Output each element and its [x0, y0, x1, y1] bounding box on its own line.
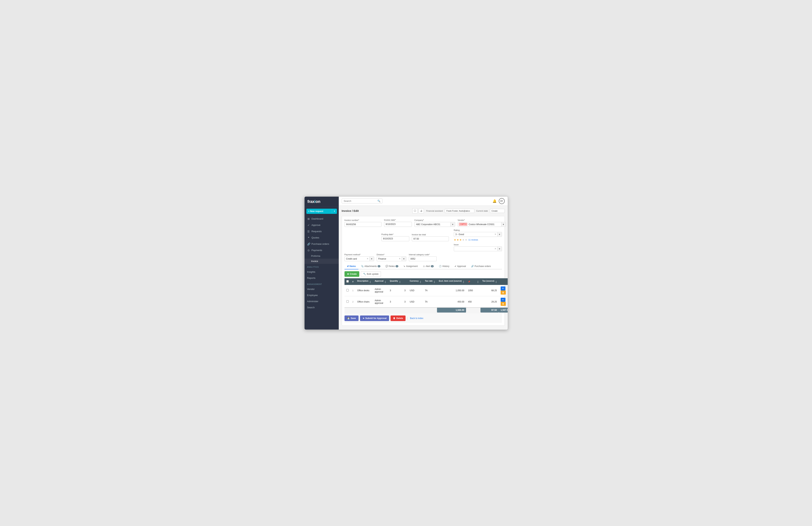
col-excl-cost[interactable]: Excl. item cost (source) ▲▼	[437, 278, 466, 285]
sidebar-item-approve[interactable]: ✓ Approve	[305, 222, 339, 228]
vendor-dropdown-arrow[interactable]: ▼	[501, 222, 506, 226]
po-tab-icon: 🔗	[471, 265, 474, 268]
employee-label: Employee	[307, 294, 318, 297]
payment-method-group: Payment method* Credit card ✕ ▼	[345, 254, 374, 261]
sidebar-item-vendor[interactable]: Vendor	[305, 286, 339, 292]
print-icon-btn[interactable]: 🖨	[419, 208, 424, 213]
col-currency[interactable]: Currency ▲▼	[408, 278, 423, 285]
division-clear[interactable]: ✕	[398, 257, 402, 261]
row2-checkbox-cell[interactable]	[345, 296, 351, 308]
bulk-update-button[interactable]: 🔧 Bulk update	[361, 271, 381, 277]
row1-checkbox[interactable]	[346, 289, 349, 292]
row1-description: Office desks	[356, 285, 373, 296]
select-all-checkbox[interactable]	[346, 280, 349, 283]
tab-history[interactable]: 🕐 History	[436, 264, 452, 269]
search-icon: 🔍	[377, 200, 380, 202]
col-approval[interactable]: Approval ▲▼	[373, 278, 388, 285]
invoice-date-field[interactable]	[384, 222, 412, 226]
company-dropdown-arrow[interactable]: ▼	[450, 222, 455, 226]
sidebar-item-payments[interactable]: ⊙ Payments	[305, 247, 339, 254]
row1-edit-button[interactable]: ✏	[501, 286, 505, 290]
submit-approval-button[interactable]: ➤ Submit for Approval	[360, 315, 389, 321]
col-tax-rate[interactable]: Tax rate ▲▼	[423, 278, 437, 285]
tab-approval-label: Approval	[457, 265, 466, 268]
sidebar-item-quotes[interactable]: ❝ Quotes	[305, 234, 339, 241]
back-to-index-link[interactable]: Back to index	[410, 317, 423, 319]
payment-method-dropdown[interactable]: Credit card	[345, 257, 366, 261]
search-box[interactable]: 🔍	[342, 198, 382, 203]
issue-clear[interactable]: ✕	[493, 246, 497, 251]
checkbox-icon-btn[interactable]: ☐	[412, 208, 418, 213]
invoice-tax-input[interactable]	[412, 237, 449, 241]
row2-delete-button[interactable]: 🗑	[501, 302, 506, 306]
search-input[interactable]	[344, 200, 377, 202]
tab-items[interactable]: 🏷 Items	[345, 264, 358, 269]
col-description[interactable]: Description ▲▼	[356, 278, 373, 285]
new-request-label[interactable]: + New request	[306, 209, 332, 214]
posting-date-field[interactable]	[382, 237, 409, 241]
rating-clear[interactable]: ✕	[493, 232, 497, 237]
sidebar-item-reports[interactable]: Reports	[305, 275, 339, 281]
delete-button[interactable]: 🗑 Delete	[391, 315, 406, 321]
row2-edit-button[interactable]: ✏	[501, 298, 505, 302]
tab-attachments[interactable]: 📎 Attachments 0	[358, 264, 383, 269]
issue-arrow[interactable]: ▼	[497, 247, 502, 251]
row1-approval: Admin approval	[373, 285, 388, 296]
vendor-dropdown[interactable]: Costco Wholesale COS01	[467, 222, 501, 227]
select-all-header[interactable]	[345, 278, 351, 285]
col-quantity[interactable]: Quantity ▲▼	[388, 278, 403, 285]
issue-label: Issue	[454, 243, 502, 246]
tab-items-label: Items	[350, 265, 356, 268]
division-dropdown[interactable]: Finance	[377, 257, 398, 261]
new-request-button[interactable]: + New request ▼	[306, 209, 337, 214]
payment-arrow[interactable]: ▼	[369, 257, 374, 261]
sidebar-item-requests[interactable]: ☰ Requests	[305, 228, 339, 234]
invoice-date-label: Invoice date*	[384, 219, 412, 221]
sidebar-item-dashboard[interactable]: ⊞ Dashboard	[305, 216, 339, 222]
tab-purchase-orders[interactable]: 🔗 Purchase orders	[468, 264, 493, 269]
sidebar-subitem-invoice[interactable]: Invoice	[305, 259, 339, 264]
items-tab-icon: 🏷	[347, 265, 349, 268]
tab-notes[interactable]: 💬 Notes 0	[383, 264, 401, 269]
sidebar-subitem-proforma[interactable]: Proforma	[305, 254, 339, 259]
col-tax-source[interactable]: Tax (source) ▲▼	[480, 278, 499, 285]
row1-col-empty	[475, 285, 480, 296]
internal-category-group: Internal category code*	[409, 254, 437, 261]
tab-alert[interactable]: ⚠ Alert 0	[420, 264, 436, 269]
sidebar-item-purchase-orders[interactable]: 🔗 Purchase orders	[305, 241, 339, 247]
review-count[interactable]: 11 reviews	[468, 239, 478, 241]
rating-dropdown[interactable]: 3 - Good	[454, 232, 493, 237]
table-actions: ⊕ Create 🔧 Bulk update	[345, 269, 502, 278]
row1-currency: USD	[408, 285, 423, 296]
issue-dropdown[interactable]	[454, 246, 493, 251]
invoice-number-input[interactable]	[345, 222, 381, 227]
avatar[interactable]: FF	[499, 198, 505, 204]
dashboard-icon: ⊞	[307, 217, 310, 220]
row2-description: Office chairs	[356, 296, 373, 308]
notification-bell-icon[interactable]: 🔔	[493, 199, 496, 203]
save-button[interactable]: 💾 Save	[345, 315, 359, 321]
sidebar-item-insights[interactable]: Insights	[305, 269, 339, 275]
internal-category-input[interactable]	[409, 256, 437, 261]
plus-icon: ⊕	[347, 273, 349, 275]
sidebar-item-employee[interactable]: Employee	[305, 292, 339, 298]
new-request-dropdown[interactable]: ▼	[332, 209, 337, 213]
row1-checkbox-cell[interactable]	[345, 285, 351, 296]
rating-arrow[interactable]: ▼	[497, 232, 502, 237]
sidebar-item-administer[interactable]: Administer	[305, 298, 339, 304]
create-button[interactable]: ⊕ Create	[345, 271, 359, 277]
sidebar-item-search[interactable]: Search	[305, 304, 339, 311]
division-select: Finance ✕ ▼	[377, 256, 406, 261]
sidebar-item-label: Quotes	[311, 236, 319, 239]
tabs: 🏷 Items 📎 Attachments 0 💬 Notes 0 ↳	[345, 264, 502, 269]
row1-delete-button[interactable]: 🗑	[501, 290, 506, 295]
col-num: #	[351, 278, 356, 285]
company-dropdown[interactable]: ABC Corporation ABC01	[415, 222, 450, 227]
tab-assignment[interactable]: ↳ Assignment	[401, 264, 420, 269]
payment-clear[interactable]: ✕	[366, 257, 369, 261]
tab-approval[interactable]: ✔ Approval	[452, 264, 468, 269]
administer-label: Administer	[307, 300, 318, 303]
row2-checkbox[interactable]	[346, 300, 349, 303]
form-row-issue: Issue ✕ ▼	[345, 243, 502, 251]
division-arrow[interactable]: ▼	[402, 257, 406, 261]
